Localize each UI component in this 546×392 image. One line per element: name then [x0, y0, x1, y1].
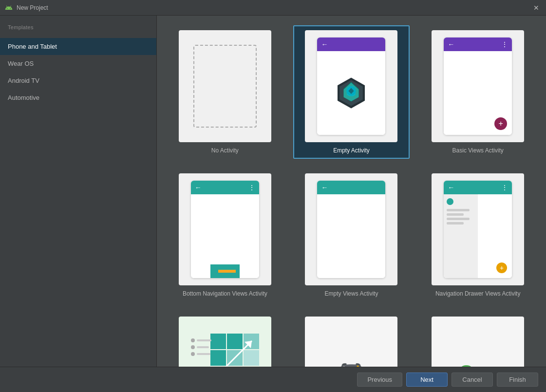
- bottom-nav-toolbar: ← ⋮: [191, 181, 259, 194]
- template-game-activity[interactable]: 🎮 Game Activity: [293, 312, 410, 367]
- bottom-nav-indicator: [218, 270, 236, 273]
- basic-views-phone: ← ⋮ +: [444, 37, 512, 135]
- back-arrow-icon: ←: [195, 184, 202, 191]
- nav-drawer-line-4: [447, 222, 464, 224]
- template-empty-views-preview: ←: [305, 173, 397, 285]
- fab-button: +: [494, 117, 507, 130]
- menu-dots-icon: ⋮: [501, 184, 508, 191]
- nav-drawer-circle: [447, 198, 453, 205]
- nav-drawer-line-2: [447, 213, 464, 216]
- empty-activity-body: [317, 51, 385, 135]
- footer: Previous Next Cancel Finish: [0, 367, 546, 392]
- back-arrow-icon: ←: [321, 184, 328, 191]
- back-arrow-icon: ←: [448, 184, 454, 191]
- template-basic-views-preview: ← ⋮ +: [432, 30, 524, 142]
- title-bar: New Project ✕: [0, 0, 546, 16]
- template-bottom-navigation[interactable]: ← ⋮ Bottom Navigation Views Activity: [167, 168, 283, 302]
- empty-views-body: [317, 194, 385, 278]
- template-cpp-preview: C++: [432, 317, 524, 367]
- svg-line-7: [218, 341, 252, 367]
- nav-drawer-body: +: [444, 194, 512, 278]
- template-basic-views[interactable]: ← ⋮ + Basic Views Activity: [419, 25, 536, 159]
- template-empty-views-label: Empty Views Activity: [325, 290, 378, 297]
- basic-views-toolbar: ← ⋮: [444, 37, 512, 51]
- nav-drawer-line-1: [447, 209, 469, 211]
- template-basic-views-label: Basic Views Activity: [452, 147, 504, 154]
- sidebar: Templates Phone and Tablet Wear OS Andro…: [0, 16, 157, 367]
- window-title: New Project: [17, 4, 531, 11]
- hex-android-logo: [334, 76, 368, 110]
- next-button[interactable]: Next: [406, 373, 448, 387]
- template-no-activity-preview: [179, 30, 271, 142]
- bottom-nav-phone: ← ⋮: [191, 181, 259, 278]
- template-responsive-preview: +: [179, 317, 271, 367]
- template-nav-drawer-preview: ← ⋮ +: [432, 173, 524, 285]
- bottom-nav-body: [191, 194, 259, 278]
- main-content: Templates Phone and Tablet Wear OS Andro…: [0, 16, 546, 367]
- templates-grid: No Activity ←: [157, 16, 546, 367]
- bottom-nav-bar: [210, 264, 240, 278]
- template-nav-drawer-label: Navigation Drawer Views Activity: [435, 290, 521, 297]
- nav-drawer-panel: [444, 194, 478, 278]
- template-no-activity-label: No Activity: [211, 147, 239, 154]
- cancel-button[interactable]: Cancel: [452, 373, 493, 387]
- template-empty-views[interactable]: ← Empty Views Activity: [293, 168, 410, 302]
- empty-views-phone: ←: [317, 181, 385, 278]
- back-arrow-icon: ←: [321, 40, 328, 48]
- sidebar-item-wear-os[interactable]: Wear OS: [0, 55, 156, 72]
- nav-drawer-fab: +: [496, 262, 507, 273]
- cpp-logo-icon: C++: [458, 361, 497, 367]
- finish-button[interactable]: Finish: [497, 373, 538, 387]
- empty-activity-phone: ←: [317, 37, 385, 135]
- sidebar-section-label: Templates: [0, 20, 156, 38]
- template-empty-activity[interactable]: ←: [293, 25, 410, 159]
- nav-drawer-phone: ← ⋮ +: [444, 181, 512, 278]
- previous-button[interactable]: Previous: [357, 373, 402, 387]
- empty-views-toolbar: ←: [317, 181, 385, 194]
- diagonal-arrow-icon: [213, 336, 257, 367]
- template-game-preview: 🎮: [305, 317, 397, 367]
- back-arrow-icon: ←: [448, 40, 454, 48]
- template-native-cpp[interactable]: C++ Native C++: [419, 312, 536, 367]
- menu-dots-icon: ⋮: [248, 184, 255, 191]
- game-controller-icon: 🎮: [337, 359, 366, 367]
- responsive-preview-container: +: [191, 329, 259, 367]
- template-nav-drawer[interactable]: ← ⋮ + N: [419, 168, 536, 302]
- nav-drawer-line-3: [447, 218, 469, 220]
- template-bottom-nav-preview: ← ⋮: [179, 173, 271, 285]
- menu-dots-icon: ⋮: [501, 40, 508, 48]
- template-responsive-views[interactable]: + Responsive Views Activity: [167, 312, 283, 367]
- template-bottom-nav-label: Bottom Navigation Views Activity: [183, 290, 267, 297]
- sidebar-item-android-tv[interactable]: Android TV: [0, 72, 156, 89]
- sidebar-item-automotive[interactable]: Automotive: [0, 89, 156, 106]
- android-logo: [317, 51, 385, 135]
- template-no-activity[interactable]: No Activity: [167, 25, 283, 159]
- template-empty-activity-label: Empty Activity: [333, 147, 370, 154]
- sidebar-item-phone-tablet[interactable]: Phone and Tablet: [0, 38, 156, 55]
- android-icon: [5, 4, 13, 12]
- close-button[interactable]: ✕: [531, 4, 541, 12]
- template-empty-activity-preview: ←: [305, 30, 397, 142]
- list-items-left: [191, 338, 211, 356]
- no-activity-dashed-box: [193, 45, 257, 128]
- basic-views-body: +: [444, 51, 512, 135]
- empty-activity-toolbar: ←: [317, 37, 385, 51]
- nav-drawer-toolbar: ← ⋮: [444, 181, 512, 194]
